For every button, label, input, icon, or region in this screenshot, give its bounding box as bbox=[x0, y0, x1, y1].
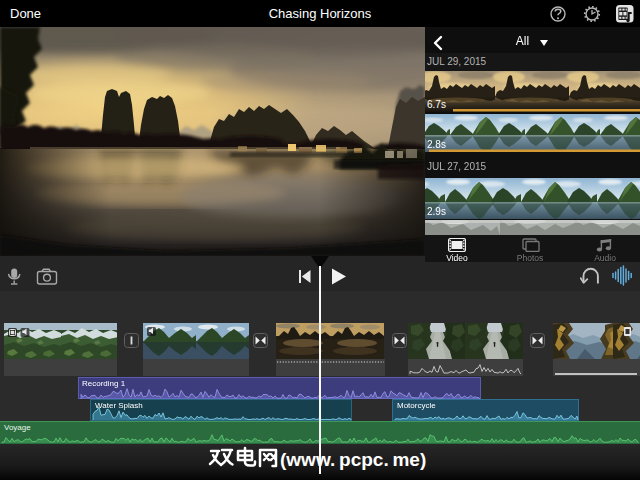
svg-text:2.9s: 2.9s bbox=[427, 206, 446, 217]
svg-text:2.8s: 2.8s bbox=[427, 139, 446, 150]
svg-text:(www. pcpc. me): (www. pcpc. me) bbox=[280, 449, 426, 470]
svg-text:6.7s: 6.7s bbox=[427, 99, 446, 110]
